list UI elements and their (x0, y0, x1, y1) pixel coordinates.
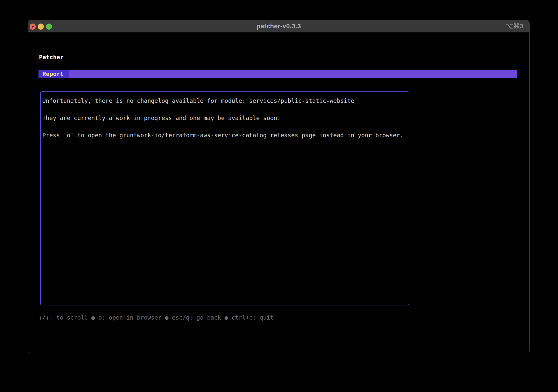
help-keybindings: ↑/↓: to scroll ● o: open in browser ● es… (39, 313, 274, 322)
report-message-line: Press 'o' to open the gruntwork-io/terra… (42, 131, 407, 140)
keyboard-shortcut-indicator: ⌥⌘3 (506, 20, 523, 32)
tab-report[interactable]: Report (38, 70, 69, 78)
report-message-line: They are currently a work in progress an… (42, 114, 407, 122)
report-viewport[interactable]: Unfortunately, there is no changelog ava… (40, 91, 409, 305)
terminal-window: patcher-v0.3.3 ⌥⌘3 Patcher Report Unfort… (28, 20, 530, 354)
tab-bar: Report (38, 70, 517, 78)
window-title: patcher-v0.3.3 (28, 20, 529, 32)
app-heading: Patcher (39, 53, 64, 61)
terminal-content: Patcher Report Unfortunately, there is n… (28, 32, 529, 354)
window-titlebar: patcher-v0.3.3 ⌥⌘3 (28, 20, 529, 32)
report-message-line: Unfortunately, there is no changelog ava… (42, 96, 407, 105)
